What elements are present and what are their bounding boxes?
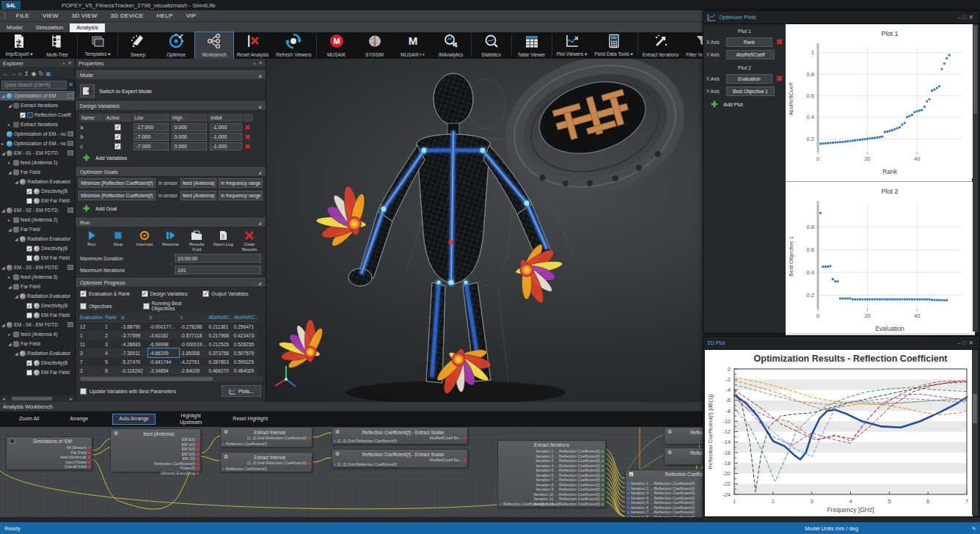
tab-analysis[interactable]: Analysis <box>70 23 105 32</box>
workbench-node-extract-interval[interactable]: ⚙Extract Interval[1..2] Grid Reflection … <box>220 427 312 447</box>
expander-closed-icon[interactable]: ▸ <box>8 160 13 165</box>
expander-open-icon[interactable]: ◢ <box>8 284 13 289</box>
output-port[interactable]: Iteration 7 ... Reflection Coefficient(f… <box>534 478 604 483</box>
results-column-b[interactable]: b <box>148 313 179 322</box>
tab-simulation[interactable]: Simulation <box>29 23 70 32</box>
results-row[interactable]: 12-3.77599-3.61182-0.5771180.2179680.423… <box>78 331 257 340</box>
ribbon-button-reset-analysis[interactable]: Reset Analysis <box>233 32 272 59</box>
menu-item-3d-view[interactable]: 3D VIEW <box>65 10 104 21</box>
expander-closed-icon[interactable]: ▸ <box>1 141 7 146</box>
open-log-button[interactable]: Open Log <box>211 230 235 246</box>
stop-button[interactable]: Stop <box>106 230 130 246</box>
optimizer-goals-section-header[interactable]: Optimizer Goals◢ <box>76 167 266 177</box>
expander-open-icon[interactable]: ◢ <box>1 322 7 327</box>
delete-variable-icon[interactable]: ✖ <box>245 124 251 131</box>
checkbox[interactable]: ✓ <box>80 303 87 310</box>
expander-open-icon[interactable]: ◢ <box>8 341 13 346</box>
output-port[interactable]: (Almost) Everything <box>154 471 199 476</box>
results-column-a[interactable]: a <box>120 313 147 322</box>
results-column-absrefic[interactable]: AbsRefIC... <box>207 313 232 322</box>
ribbon-button-musaik[interactable]: MMUSAIK++ <box>394 32 432 59</box>
delete-plot-icon[interactable]: ✖ <box>776 74 783 84</box>
low-input[interactable]: -17.000 <box>134 123 169 131</box>
low-input[interactable]: -7.000 <box>134 133 169 141</box>
delete-plot-icon[interactable]: ✖ <box>776 37 783 47</box>
ribbon-button-table-viewer[interactable]: Table Viewer <box>513 32 551 59</box>
input-port[interactable]: Iteration 3 ... Reflection Coefficient(f… <box>627 491 695 496</box>
run-section-header[interactable]: Run◢ <box>76 218 266 227</box>
tree-item-optimization-of-em-no[interactable]: ▸Optimization of EM - no <box>0 139 75 148</box>
goal-range-dropdown[interactable]: in frequency range <box>219 191 263 200</box>
tree-item-far-field[interactable]: ◢Far Field <box>0 282 75 291</box>
refresh-icon[interactable]: ↻ <box>39 70 44 77</box>
ribbon-button-plot-viewers[interactable]: Plot Viewers ▾ <box>553 32 591 59</box>
expander-open-icon[interactable]: ◢ <box>15 179 20 184</box>
clear-search-icon[interactable]: ✕ <box>68 81 73 88</box>
tree-item-directivity-b[interactable]: ✓Directivity(B <box>0 244 75 253</box>
input-port[interactable]: Iteration 5 ... Reflection Coefficient(f… <box>627 500 695 505</box>
menu-item-file[interactable]: FILE <box>10 10 36 21</box>
tree-item-optimization-of-em[interactable]: ◢Optimization of EM <box>0 91 75 100</box>
visibility-icon[interactable]: ◉ <box>32 70 37 77</box>
resume-button[interactable]: Resume <box>158 230 182 246</box>
tree-checkbox[interactable]: ✓ <box>26 246 32 252</box>
ribbon-button-musaik[interactable]: MMUSAIK <box>318 32 356 59</box>
tree-checkbox[interactable]: ✓ <box>26 189 32 194</box>
tree-item-extract-iterations[interactable]: ▸Extract Iterations <box>0 120 75 129</box>
high-input[interactable]: 0.000 <box>172 142 207 150</box>
tree-item-em-01-em-fdtd[interactable]: ◢EM - 01 - EM FDTD <box>0 148 75 158</box>
workbench-tool-zoom-all[interactable]: Zoom All <box>13 414 45 423</box>
expander-open-icon[interactable]: ◢ <box>1 150 7 156</box>
max-iterations-input[interactable]: 101 <box>175 266 261 274</box>
expander-open-icon[interactable]: ◢ <box>1 265 7 270</box>
tree-item-directivity-b[interactable]: ✓Directivity(B <box>0 186 75 196</box>
tree-item-far-field[interactable]: ◢Far Field <box>0 224 75 234</box>
ribbon-button-statistics[interactable]: Statistics <box>472 32 511 59</box>
ribbon-button-imanalytics[interactable]: IMAnalytics <box>432 32 470 59</box>
tree-checkbox[interactable]: ✓ <box>20 112 26 118</box>
initial-input[interactable]: -1.000 <box>210 142 242 150</box>
tree-item-em-04-em-fdtd[interactable]: ◢EM - 04 - EM FDTD <box>0 320 75 329</box>
tree-checkbox[interactable]: ✓ <box>26 312 32 318</box>
output-port[interactable]: AbsRefICoeff Re... <box>429 458 466 463</box>
initial-input[interactable]: -1.000 <box>210 123 242 131</box>
active-checkbox[interactable]: ✓ <box>114 124 121 131</box>
tree-item-directivity-b[interactable]: ✓Directivity(B <box>0 301 75 310</box>
add-goal-button[interactable]: ✚ Add Goal <box>76 202 266 216</box>
expander-open-icon[interactable]: ◢ <box>8 103 13 108</box>
run-button[interactable]: Run <box>80 230 103 246</box>
tree-item-optimization-of-em-no[interactable]: Optimization of EM - no <box>0 129 75 139</box>
tree-item-radiation-evaluator[interactable]: ◢Radiation Evaluator <box>0 177 75 186</box>
ribbon-button-imp-export[interactable]: Imp/Export ▾ <box>0 32 38 59</box>
tree-item-extract-iterations[interactable]: ◢Extract Iterations <box>0 100 75 110</box>
workbench-node-reflection-coefficient-f-extract-scalar[interactable]: ⚙Reflection Coefficient(f) - Extract Sca… <box>332 427 468 445</box>
tree-item-far-field[interactable]: ◢Far Field <box>0 339 75 348</box>
explorer-hscrollbar[interactable]: ◄► <box>0 395 75 402</box>
results-column-absrefic[interactable]: AbsRefIC... <box>233 313 257 322</box>
plots-button[interactable]: Plots... <box>222 385 261 397</box>
mode-section-header[interactable]: Mode◢ <box>76 70 266 80</box>
interrupt-button[interactable]: Interrupt <box>133 230 156 246</box>
workbench-node-extract-interval[interactable]: ⚙Extract Interval[1..2] Grid Reflection … <box>220 452 312 472</box>
high-input[interactable]: 0.000 <box>172 123 207 131</box>
explorer-pin-icon[interactable]: ▪ <box>63 61 65 66</box>
ribbon-button-workbench[interactable]: Workbench <box>195 32 233 59</box>
high-input[interactable]: 0.000 <box>172 133 207 141</box>
home-icon[interactable]: ⌂ <box>18 70 22 77</box>
workbench-tool-reset-highlight[interactable]: Reset Highlight <box>227 414 273 423</box>
output-port[interactable]: feed (Antenna) <box>60 455 90 460</box>
close-icon[interactable]: ✕ <box>968 340 976 346</box>
optimizer-progress-section-header[interactable]: Optimizer Progress◢ <box>76 278 266 288</box>
input-port[interactable]: [1..2] Grid Reflection Coefficient(f) <box>334 462 397 467</box>
results-table[interactable]: EvaluationRankabcAbsRefIC...AbsRefIC...1… <box>78 313 257 375</box>
delete-variable-icon[interactable]: ✖ <box>245 143 251 150</box>
optimizer-plots-vscrollbar[interactable] <box>973 24 978 332</box>
y-axis-dropdown[interactable]: Best Objective 1 <box>726 87 775 96</box>
plot2d-vscrollbar[interactable] <box>972 350 978 515</box>
tree-item-feed-antenna-1[interactable]: ▸feed (Antenna 1) <box>0 158 75 167</box>
menu-item-view[interactable]: VIEW <box>36 10 65 21</box>
workbench-tool-highlight-upstream[interactable]: HighlightUpstream <box>174 413 208 425</box>
menu-item-3d-device[interactable]: 3D DEVICE <box>104 10 150 21</box>
workbench-node-reflection-coefficient-f-extract-scalar[interactable]: ⚙Reflection Coefficient(f) - Extract Sca… <box>332 449 468 468</box>
tree-item-radiation-evaluator[interactable]: ◢Radiation Evaluator <box>0 348 75 358</box>
